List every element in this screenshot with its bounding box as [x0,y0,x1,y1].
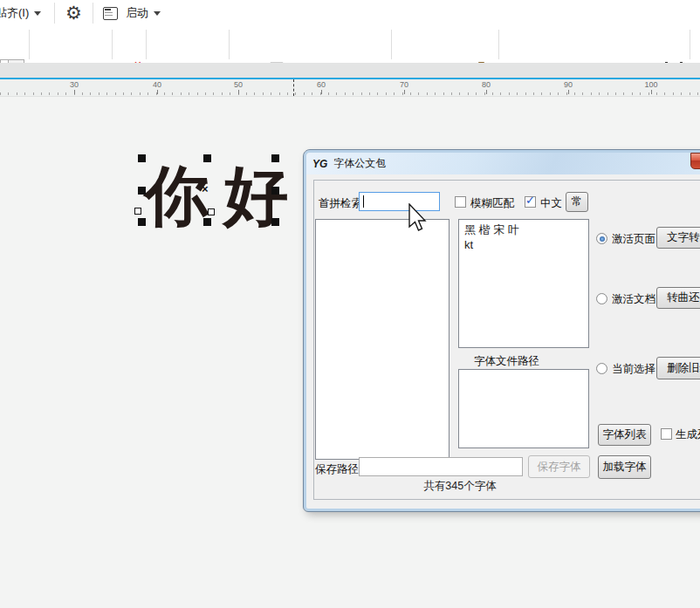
font-list-button-label: 字体列表 [603,427,647,442]
search-label: 首拼检索 [319,196,362,211]
horizontal-ruler[interactable]: 30 40 50 60 70 80 90 100 [0,79,700,97]
char-spacing-handle[interactable] [208,208,215,215]
curve-restore-button[interactable]: 转曲还原 [656,287,700,309]
ruler-tick-label: 40 [147,80,168,89]
ruler-tick-label: 60 [311,80,332,89]
search-result-list[interactable] [315,219,450,460]
font-path-list[interactable] [458,369,589,448]
line-spacing-handle[interactable] [134,208,141,215]
generate-list-label: 生成列 [676,427,700,442]
ruler-minor-ticks [0,92,700,95]
selection-handle-bottom-mid[interactable] [203,218,211,226]
active-page-label: 激活页面 [612,232,655,247]
selection-handle-mid-right[interactable] [271,187,279,195]
ruler-tick-label: 90 [558,80,579,89]
common-button-label: 常 [572,195,583,209]
divider [229,30,230,59]
ruler-tick-label: 100 [641,80,662,89]
chinese-label: 中文 [540,196,562,211]
generate-list-checkbox[interactable] [661,428,672,440]
font-list[interactable]: 黑 楷 宋 叶 kt [458,219,589,348]
ruler-guide-marker [293,79,295,96]
chevron-down-icon [154,11,161,16]
common-button[interactable]: 常 [566,192,588,212]
active-page-radio[interactable] [596,233,607,244]
close-button[interactable] [690,153,700,169]
launch-menu-label: 启动 [126,5,148,21]
toolbar-gap [0,63,700,78]
current-selection-radio[interactable] [596,363,607,374]
selected-text-object[interactable]: 你好 [145,154,293,241]
checkmark-icon: ✓ [525,194,535,207]
divider [146,30,147,59]
current-selection-label: 当前选择 [612,362,655,377]
chevron-down-icon [34,11,41,16]
radio-dot [600,236,605,242]
snap-menu-label: 贴齐(I) [0,5,29,21]
gear-icon: ⚙ [65,3,82,24]
divider [29,30,30,59]
ruler-tick-label: 70 [394,80,415,89]
selection-handle-bottom-right[interactable] [271,218,279,226]
snap-menu[interactable]: 贴齐(I) [0,0,41,26]
font-count-status: 共有345个字体 [315,479,605,494]
save-font-label: 保存字体 [538,460,581,475]
fuzzy-match-checkbox[interactable] [455,196,466,208]
toolbar: B I U ✕ ⊕ » [0,26,700,63]
divider [498,30,499,59]
selection-handle-top-left[interactable] [138,154,146,162]
save-font-button: 保存字体 [528,455,590,478]
menubar: 贴齐(I) ⚙ 启动 [0,0,700,27]
font-list-row[interactable]: 黑 楷 宋 叶 [464,222,583,237]
text-to-curve-button[interactable]: 文字转曲 [656,227,700,249]
selection-center-marker[interactable]: × [202,182,209,195]
divider [690,30,690,59]
dialog-titlebar[interactable]: YG 字体公文包 [306,153,700,174]
load-font-button[interactable]: 加载字体 [598,455,651,479]
divider [112,30,113,59]
divider [93,3,93,24]
selection-handle-mid-left[interactable] [138,187,146,195]
font-list-button[interactable]: 字体列表 [598,424,651,446]
font-list-row[interactable]: kt [464,237,583,252]
save-path-label: 保存路径 [315,462,359,477]
load-font-label: 加载字体 [603,460,647,475]
font-briefcase-dialog: YG 字体公文包 首拼检索 模糊匹配 ✓ 中文 常 黑 楷 宋 叶 kt 字体文… [304,150,700,511]
ruler-tick-label: 50 [228,80,249,89]
divider [391,30,392,59]
selection-handle-bottom-left[interactable] [138,218,146,226]
active-doc-label: 激活文档 [612,292,655,307]
application-window: 贴齐(I) ⚙ 启动 B I U ✕ ⊕ » [0,0,700,608]
active-doc-radio[interactable] [596,293,607,304]
delete-old-lines-button[interactable]: 删除旧线 [656,357,700,379]
delete-old-lines-label: 删除旧线 [667,361,700,376]
selection-handle-top-right[interactable] [271,154,279,162]
curve-restore-label: 转曲还原 [667,290,700,305]
chinese-checkbox[interactable]: ✓ [525,196,536,208]
launch-menu[interactable]: 启动 [103,0,161,26]
dialog-title: 字体公文包 [333,156,386,171]
save-path-input[interactable] [359,457,523,476]
ruler-tick-label: 80 [476,80,497,89]
selection-handle-top-mid[interactable] [203,154,211,162]
options-button[interactable]: ⚙ [65,0,82,26]
fuzzy-match-label: 模糊匹配 [470,196,514,211]
ruler-tick-label: 30 [64,80,85,89]
text-caret [363,195,364,208]
font-path-label: 字体文件路径 [474,354,539,369]
launcher-window-icon [103,7,118,20]
mouse-cursor [408,203,429,233]
text-to-curve-label: 文字转曲 [667,230,700,245]
dialog-logo: YG [312,158,327,170]
divider [54,3,55,24]
